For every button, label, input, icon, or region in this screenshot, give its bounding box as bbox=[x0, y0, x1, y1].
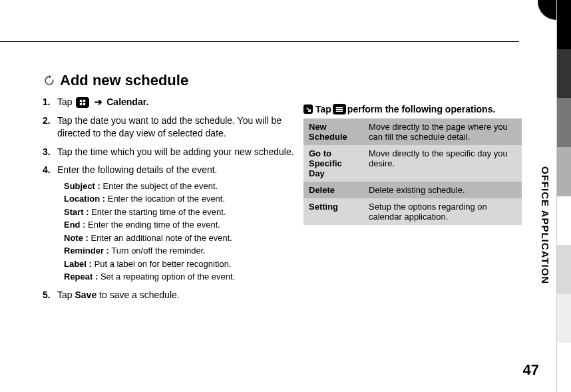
step-number: 2. bbox=[43, 114, 53, 140]
svg-rect-1 bbox=[83, 100, 85, 102]
svg-rect-6 bbox=[336, 110, 343, 111]
detail-text: Enter the subject of the event. bbox=[100, 181, 218, 191]
tab-marker bbox=[556, 343, 571, 392]
svg-rect-0 bbox=[80, 100, 82, 102]
svg-rect-4 bbox=[336, 107, 343, 108]
section-heading: Add new schedule bbox=[43, 72, 522, 89]
operations-table: New Schedule Move directly to the page w… bbox=[303, 118, 522, 225]
detail-text: Enter an additional note of the event. bbox=[89, 233, 232, 243]
step-body: Enter the following details of the event… bbox=[57, 164, 305, 284]
step-item: 5. Tap Save to save a schedule. bbox=[43, 289, 305, 302]
step-text-bold: Calendar. bbox=[106, 97, 148, 107]
step-item: 3. Tap the time which you will be adding… bbox=[43, 146, 305, 159]
detail-label: Repeat : bbox=[64, 272, 98, 282]
op-desc: Move directly to the specific day you de… bbox=[363, 145, 522, 182]
tip-suffix: perform the following operations. bbox=[347, 104, 495, 114]
step-number: 4. bbox=[43, 164, 53, 284]
step-number: 5. bbox=[43, 289, 53, 302]
op-desc: Delete existing schedule. bbox=[363, 182, 522, 198]
op-desc: Move directly to the page where you can … bbox=[363, 118, 522, 145]
detail-text: Enter the location of the event. bbox=[105, 194, 225, 204]
step-text: Tap bbox=[57, 290, 75, 300]
svg-rect-2 bbox=[80, 103, 82, 105]
detail-text: Set a repeating option of the event. bbox=[98, 272, 235, 282]
step-item: 2. Tap the date you want to add the sche… bbox=[43, 114, 305, 140]
step-body: Tap the date you want to add the schedul… bbox=[57, 114, 305, 140]
table-row: Go to Specific Day Move directly to the … bbox=[303, 145, 522, 182]
svg-rect-3 bbox=[83, 103, 85, 105]
detail-row: Note : Enter an additional note of the e… bbox=[64, 232, 305, 245]
step-item: 1. Tap ➔ Calendar. bbox=[43, 96, 305, 109]
tab-marker bbox=[556, 294, 571, 343]
detail-row: Location : Enter the location of the eve… bbox=[64, 192, 305, 206]
detail-row: Label : Put a label on for better recogn… bbox=[64, 258, 305, 271]
detail-row: End : Enter the ending time of the event… bbox=[64, 218, 305, 232]
table-row: New Schedule Move directly to the page w… bbox=[303, 118, 522, 145]
tip-prefix: Tap bbox=[315, 104, 331, 114]
detail-label: Note : bbox=[64, 233, 89, 243]
detail-label: Reminder : bbox=[64, 246, 109, 256]
tab-marker bbox=[556, 49, 571, 98]
detail-text: Enter the starting time of the event. bbox=[89, 207, 226, 217]
detail-text: Put a label on for better recognition. bbox=[92, 259, 232, 269]
tip-arrow-icon: ↘ bbox=[303, 104, 313, 114]
refresh-icon bbox=[43, 74, 56, 87]
tab-marker bbox=[556, 0, 571, 49]
op-desc: Setup the options regarding on calendar … bbox=[363, 198, 522, 225]
page-number: 47 bbox=[523, 361, 539, 379]
operations-panel: ↘ Tap perform the following operations. … bbox=[303, 104, 522, 225]
svg-rect-5 bbox=[336, 108, 343, 109]
event-detail-list: Subject : Enter the subject of the event… bbox=[64, 180, 305, 284]
main-content: Add new schedule 1. Tap ➔ Calendar. 2. T… bbox=[43, 72, 522, 307]
detail-row: Repeat : Set a repeating option of the e… bbox=[64, 270, 305, 284]
detail-row: Start : Enter the starting time of the e… bbox=[64, 206, 305, 219]
detail-label: End : bbox=[64, 220, 86, 230]
op-label: New Schedule bbox=[303, 118, 363, 145]
step-body: Tap the time which you will be adding yo… bbox=[57, 146, 305, 159]
tab-marker bbox=[556, 147, 571, 196]
steps-list: 1. Tap ➔ Calendar. 2. Tap the date you w… bbox=[43, 96, 305, 302]
op-label: Setting bbox=[303, 198, 363, 225]
side-tabs bbox=[556, 0, 571, 392]
detail-label: Label : bbox=[64, 259, 92, 269]
step-number: 3. bbox=[43, 146, 53, 159]
detail-text: Enter the ending time of the event. bbox=[86, 220, 220, 230]
detail-label: Location : bbox=[64, 194, 105, 204]
step-text-bold: Save bbox=[75, 290, 96, 300]
detail-row: Reminder : Turn on/off the reminder. bbox=[64, 244, 305, 258]
apps-grid-icon bbox=[76, 97, 89, 108]
step-body: Tap ➔ Calendar. bbox=[57, 96, 305, 109]
table-row: Setting Setup the options regarding on c… bbox=[303, 198, 522, 225]
header-rule bbox=[0, 41, 519, 42]
tip-header: ↘ Tap perform the following operations. bbox=[303, 104, 522, 114]
heading-text: Add new schedule bbox=[60, 72, 188, 89]
tab-marker bbox=[556, 98, 571, 147]
arrow-right-icon: ➔ bbox=[95, 97, 102, 107]
step-text: to save a schedule. bbox=[96, 290, 180, 300]
step-item: 4. Enter the following details of the ev… bbox=[43, 164, 305, 284]
section-side-label: OFFICE APPLICATION bbox=[540, 166, 551, 284]
tab-marker-active bbox=[556, 196, 571, 246]
menu-lines-icon bbox=[333, 104, 346, 114]
step-text: Tap bbox=[57, 97, 75, 107]
detail-row: Subject : Enter the subject of the event… bbox=[64, 180, 305, 193]
step-body: Tap Save to save a schedule. bbox=[57, 289, 305, 302]
detail-label: Start : bbox=[64, 207, 89, 217]
page-corner-decoration bbox=[538, 0, 556, 20]
step-text: Enter the following details of the event… bbox=[57, 164, 217, 175]
tab-marker bbox=[556, 245, 571, 294]
op-label: Delete bbox=[303, 182, 363, 198]
detail-text: Turn on/off the reminder. bbox=[109, 246, 206, 256]
table-row: Delete Delete existing schedule. bbox=[303, 182, 522, 198]
step-number: 1. bbox=[43, 96, 53, 109]
op-label: Go to Specific Day bbox=[303, 145, 363, 182]
detail-label: Subject : bbox=[64, 181, 100, 191]
